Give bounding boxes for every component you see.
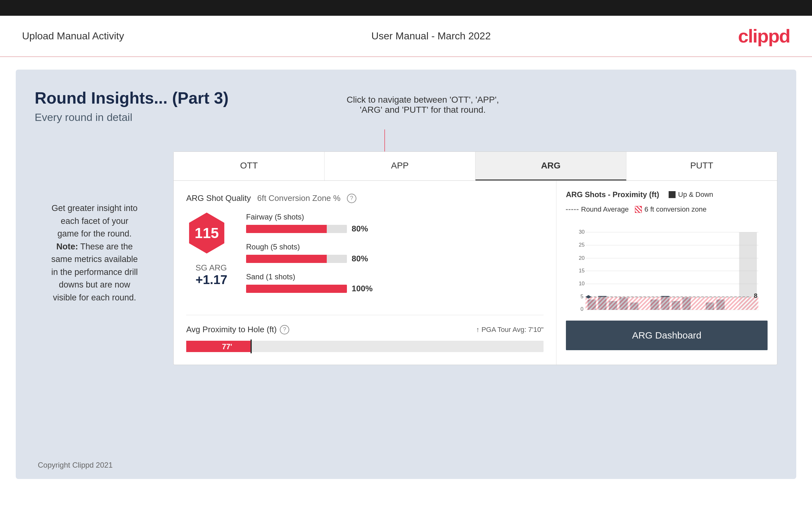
section-header: ARG Shot Quality 6ft Conversion Zone % ? (186, 193, 544, 203)
annotation-text4: These are the (78, 242, 133, 251)
fairway-bar-container: 80% (246, 224, 373, 234)
proximity-section: Avg Proximity to Hole (ft) ? ↑ PGA Tour … (186, 315, 544, 352)
annotation-text7: downs but are now (59, 280, 131, 289)
legend-conversion-label: 6 ft conversion zone (644, 205, 706, 214)
user-manual-label: User Manual - March 2022 (371, 30, 491, 42)
dashboard-panel: OTT APP ARG PUTT ARG Shot Quality 6ft Co… (173, 152, 777, 365)
pga-avg: ↑ PGA Tour Avg: 7'10" (476, 326, 544, 334)
svg-text:30: 30 (579, 229, 585, 235)
proximity-header: Avg Proximity to Hole (ft) ? ↑ PGA Tour … (186, 325, 544, 334)
fairway-bar-track (246, 225, 347, 233)
legend-square-icon (669, 191, 675, 198)
sg-value: +1.17 (195, 273, 227, 287)
fairway-pct: 80% (352, 224, 368, 234)
tab-arg[interactable]: ARG (475, 152, 626, 180)
sand-bar-track (246, 285, 347, 293)
svg-text:10: 10 (579, 281, 585, 287)
upload-manual-label: Upload Manual Activity (22, 30, 124, 42)
hex-col: 115 SG ARG +1.17 (186, 213, 237, 287)
rough-pct: 80% (352, 254, 368, 264)
proximity-fill (186, 341, 251, 352)
tabs-container: OTT APP ARG PUTT (173, 152, 777, 181)
sg-section: SG ARG +1.17 (195, 263, 227, 287)
copyright-text: Copyright Clippd 2021 (38, 461, 112, 469)
proximity-text: Avg Proximity to Hole (ft) (186, 325, 277, 334)
proximity-marker (251, 339, 252, 353)
fairway-label: Fairway (5 shots) (246, 213, 373, 221)
annotation-text6: in the performance drill (51, 267, 138, 277)
tab-putt[interactable]: PUTT (626, 152, 777, 180)
legend-conversion: 6 ft conversion zone (635, 205, 706, 214)
svg-text:0: 0 (580, 306, 583, 312)
tab-app[interactable]: APP (324, 152, 475, 180)
proximity-help-icon[interactable]: ? (280, 325, 289, 334)
hex-badge: 115 (186, 213, 227, 253)
header: Upload Manual Activity User Manual - Mar… (0, 16, 812, 57)
panel-body: ARG Shot Quality 6ft Conversion Zone % ?… (173, 181, 777, 365)
sand-pct: 100% (352, 284, 373, 293)
annotation-line1: Click to navigate between 'OTT', 'APP', (347, 95, 499, 105)
proximity-label: Avg Proximity to Hole (ft) ? (186, 325, 289, 334)
annotation-text1: Get greater insight into (51, 204, 137, 213)
fairway-bar-fill (246, 225, 327, 233)
legend-hatch-icon (635, 206, 642, 213)
right-panel: ARG Shots - Proximity (ft) Up & Down Rou… (556, 181, 777, 365)
svg-text:8: 8 (754, 292, 758, 299)
annotation-text5: same metrics available (51, 255, 138, 264)
proximity-track: 77' (186, 341, 544, 352)
shot-rows: Fairway (5 shots) 80% Rough (5 shots) (246, 213, 373, 302)
quality-main: 115 SG ARG +1.17 Fairway (5 shots) (186, 213, 544, 302)
proximity-value: 77' (222, 342, 232, 351)
svg-text:15: 15 (579, 268, 585, 274)
shot-row-sand: Sand (1 shots) 100% (246, 272, 373, 293)
rough-label: Rough (5 shots) (246, 242, 373, 251)
help-icon[interactable]: ? (347, 194, 356, 203)
annotation-note: Note: (56, 242, 78, 251)
rough-bar-track (246, 255, 347, 263)
chart-header: ARG Shots - Proximity (ft) Up & Down Rou… (566, 190, 768, 214)
rough-bar-container: 80% (246, 254, 373, 264)
sand-label: Sand (1 shots) (246, 272, 373, 281)
svg-text:5: 5 (580, 293, 583, 299)
svg-rect-31 (586, 297, 758, 310)
sand-bar-fill (246, 285, 347, 293)
legend-up-down-label: Up & Down (678, 190, 713, 199)
conversion-zone-label: 6ft Conversion Zone % (257, 193, 340, 203)
chart-title: ARG Shots - Proximity (ft) (566, 190, 659, 199)
proximity-bar-container: 77' (186, 341, 544, 352)
annotation-line2: 'ARG' and 'PUTT' for that round. (347, 105, 499, 115)
left-annotation: Get greater insight into each facet of y… (35, 202, 154, 304)
legend-round-avg: Round Average (566, 205, 628, 214)
svg-text:20: 20 (579, 255, 585, 261)
arg-shot-quality-label: ARG Shot Quality (186, 193, 251, 203)
sg-label: SG ARG (195, 263, 227, 273)
legend-round-avg-label: Round Average (581, 205, 628, 214)
tab-ott[interactable]: OTT (173, 152, 324, 180)
main-content: Round Insights... (Part 3) Every round i… (16, 70, 796, 479)
legend-up-down: Up & Down (669, 190, 713, 199)
footer: Copyright Clippd 2021 (16, 451, 135, 479)
sand-bar-container: 100% (246, 284, 373, 293)
shot-row-rough: Rough (5 shots) 80% (246, 242, 373, 264)
shot-row-fairway: Fairway (5 shots) 80% (246, 213, 373, 234)
annotation-text8: visible for each round. (53, 293, 136, 302)
top-bar (0, 0, 812, 16)
clippd-logo: clippd (738, 25, 790, 47)
svg-text:25: 25 (579, 242, 585, 248)
arg-chart: 0 5 10 15 20 25 30 (566, 220, 768, 314)
annotation-text3: game for the round. (57, 229, 132, 238)
rough-bar-fill (246, 255, 327, 263)
left-panel: ARG Shot Quality 6ft Conversion Zone % ?… (173, 181, 556, 365)
legend-dashed-icon (566, 209, 578, 210)
arg-dashboard-button[interactable]: ARG Dashboard (566, 321, 768, 350)
annotation-text2: each facet of your (61, 216, 129, 226)
top-annotation: Click to navigate between 'OTT', 'APP', … (347, 95, 499, 121)
